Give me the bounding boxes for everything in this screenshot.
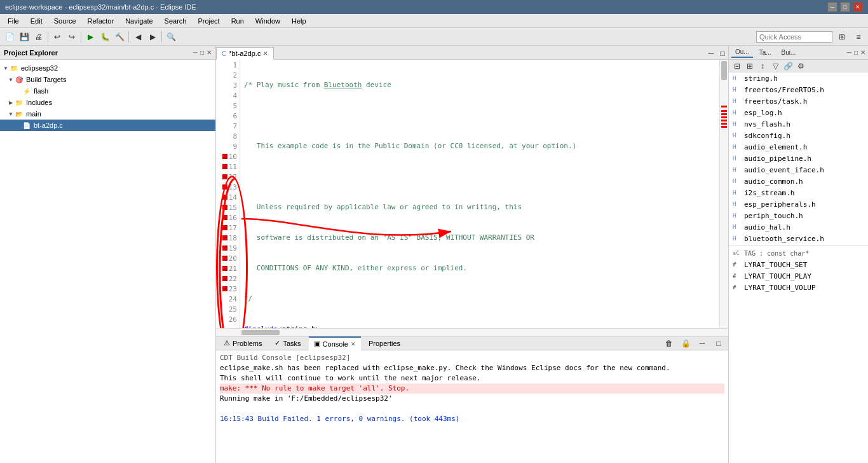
menu-file[interactable]: File	[3, 16, 24, 26]
tab-close-button[interactable]: ✕	[263, 50, 268, 57]
run-button[interactable]: ▶	[83, 30, 97, 44]
outline-item-string-h[interactable]: H string.h	[729, 73, 868, 84]
outline-item-audio-common[interactable]: H audio_common.h	[729, 176, 868, 187]
rs-collapse-button[interactable]: ⊟	[731, 61, 743, 71]
tree-item-main[interactable]: ▼ 📂 main	[0, 108, 215, 120]
console-minimize-button[interactable]: ─	[695, 336, 709, 350]
editor-scrollbar[interactable]	[719, 60, 728, 328]
outline-item-esp-periph[interactable]: H esp_peripherals.h	[729, 198, 868, 210]
outline-item-lyrat-play[interactable]: # LYRAT_TOUCH_PLAY	[729, 270, 868, 282]
menu-refactor[interactable]: Refactor	[83, 16, 119, 26]
rs-filter-button[interactable]: ▽	[770, 61, 781, 71]
debug-button[interactable]: 🐛	[98, 30, 112, 44]
tab-problems[interactable]: ⚠ Problems	[219, 336, 267, 350]
outline-item-task[interactable]: H freertos/task.h	[729, 95, 868, 107]
save-button[interactable]: 💾	[17, 30, 31, 44]
outline-item-audio-hal[interactable]: H audio_hal.h	[729, 221, 868, 233]
tree-item-build-targets[interactable]: ▼ 🎯 Build Targets	[0, 74, 215, 85]
scrollbar-thumb[interactable]	[721, 61, 727, 80]
rs-tab-outline[interactable]: Ou...	[731, 47, 753, 58]
pe-close-button[interactable]: ✕	[207, 49, 212, 56]
tab-tasks[interactable]: ✓ Tasks	[269, 336, 306, 350]
console-scroll-lock-button[interactable]: 🔒	[679, 336, 693, 350]
rs-close-button[interactable]: ✕	[860, 49, 865, 56]
rs-link-button[interactable]: 🔗	[782, 61, 794, 71]
outline-item-nvsflash[interactable]: H nvs_flash.h	[729, 118, 868, 130]
bottom-tabs: ⚠ Problems ✓ Tasks ▣ Console ✕ Propertie…	[216, 336, 728, 350]
close-button[interactable]: ✕	[853, 2, 863, 12]
outline-item-bt-service[interactable]: H bluetooth_service.h	[729, 233, 868, 244]
outline-item-periph-touch[interactable]: H periph_touch.h	[729, 210, 868, 221]
console-maximize-button[interactable]: □	[712, 336, 726, 350]
menu-run[interactable]: Run	[226, 16, 249, 26]
quick-access-input[interactable]	[756, 31, 832, 43]
view-button[interactable]: ≡	[851, 30, 865, 44]
editor-h-scrollbar[interactable]	[216, 328, 728, 336]
minimize-button[interactable]: ─	[827, 2, 837, 12]
outline-item-freertos[interactable]: H freertos/FreeRTOS.h	[729, 84, 868, 95]
build-button[interactable]: 🔨	[112, 30, 126, 44]
rs-tab-build[interactable]: Bui...	[778, 48, 800, 57]
menu-navigate[interactable]: Navigate	[120, 16, 158, 26]
outline-label-esp-periph: esp_peripherals.h	[744, 200, 816, 209]
outline-item-tag[interactable]: sC TAG : const char*	[729, 247, 868, 259]
tree-item-includes[interactable]: ▶ 📁 Includes	[0, 97, 215, 108]
menu-edit[interactable]: Edit	[25, 16, 48, 26]
tab-console[interactable]: ▣ Console ✕	[309, 336, 361, 350]
editor-tab-bt[interactable]: C *bt-a2dp.c ✕	[216, 47, 274, 60]
print-button[interactable]: 🖨	[32, 30, 46, 44]
toolbar-sep-2	[81, 31, 81, 43]
rs-minimize-button[interactable]: ─	[847, 49, 851, 56]
menu-project[interactable]: Project	[193, 16, 224, 26]
console-clear-button[interactable]: 🗑	[662, 336, 676, 350]
outline-label-i2s: i2s_stream.h	[744, 189, 794, 197]
tree-label-main: main	[26, 110, 41, 118]
tree-arrow-bt: ▶	[15, 122, 22, 128]
back-button[interactable]: ◀	[131, 30, 145, 44]
outline-item-audio-event[interactable]: H audio_event_iface.h	[729, 164, 868, 176]
redo-button[interactable]: ↪	[65, 30, 79, 44]
rs-expand-button[interactable]: ⊞	[744, 61, 756, 71]
outline-item-audio-pipeline[interactable]: H audio_pipeline.h	[729, 153, 868, 164]
new-button[interactable]: 📄	[3, 30, 17, 44]
outline-item-audio-element[interactable]: H audio_element.h	[729, 141, 868, 153]
outline-item-lyrat-volup[interactable]: # LYRAT_TOUCH_VOLUP	[729, 282, 868, 293]
tree-item-bt-a2dp[interactable]: ▶ 📄 bt-a2dp.c	[0, 120, 215, 131]
search-button[interactable]: 🔍	[164, 30, 178, 44]
tree-item-flash[interactable]: ▶ ⚡ flash	[0, 85, 215, 97]
menu-source[interactable]: Source	[49, 16, 81, 26]
code-editor[interactable]: /* Play music from Bluetooth device This…	[240, 60, 719, 328]
console-tab-close[interactable]: ✕	[351, 341, 356, 347]
outline-item-i2s[interactable]: H i2s_stream.h	[729, 187, 868, 198]
rs-sort-button[interactable]: ↕	[757, 61, 768, 71]
pe-maximize-button[interactable]: □	[200, 49, 204, 56]
undo-button[interactable]: ↩	[50, 30, 64, 44]
project-icon: 📁	[9, 64, 19, 73]
editor-content[interactable]: 1 2 3 4 5 6 7 8 9 10 11 12 13 14 15 16 1	[216, 60, 728, 328]
rs-maximize-button[interactable]: □	[854, 49, 858, 56]
right-sidebar: Ou... Ta... Bui... ─ □ ✕ ⊟ ⊞ ↕ ▽ 🔗 ⚙ H s…	[728, 46, 868, 463]
pe-minimize-button[interactable]: ─	[193, 49, 198, 56]
right-sidebar-toolbar: ⊟ ⊞ ↕ ▽ 🔗 ⚙	[729, 60, 868, 73]
editor-maximize-button[interactable]: □	[717, 48, 728, 59]
rs-tab-tasks[interactable]: Ta...	[756, 48, 775, 57]
forward-button[interactable]: ▶	[146, 30, 159, 44]
tree-item-root[interactable]: ▼ 📁 eclipsesp32	[0, 62, 215, 74]
outline-item-sdkconfig[interactable]: H sdkconfig.h	[729, 130, 868, 141]
outline-item-lyrat-set[interactable]: # LYRAT_TOUCH_SET	[729, 259, 868, 270]
perspective-button[interactable]: ⊞	[835, 30, 849, 44]
menu-search[interactable]: Search	[159, 16, 192, 26]
main-layout: Project Explorer ─ □ ✕ ▼ 📁 eclipsesp32 ▼…	[0, 46, 868, 463]
editor-minimize-button[interactable]: ─	[705, 48, 717, 59]
tree-label-bt: bt-a2dp.c	[34, 121, 63, 129]
tab-properties[interactable]: Properties	[363, 336, 405, 350]
rs-settings-button[interactable]: ⚙	[795, 61, 806, 71]
menu-window[interactable]: Window	[250, 16, 285, 26]
line-15-num: 15	[216, 202, 240, 212]
header-icon-3: H	[733, 98, 742, 104]
line-23-num: 23	[216, 284, 240, 294]
h-scrollbar-thumb[interactable]	[241, 330, 280, 335]
menu-help[interactable]: Help	[287, 16, 311, 26]
maximize-button[interactable]: □	[840, 2, 850, 12]
outline-item-esplog[interactable]: H esp_log.h	[729, 107, 868, 118]
